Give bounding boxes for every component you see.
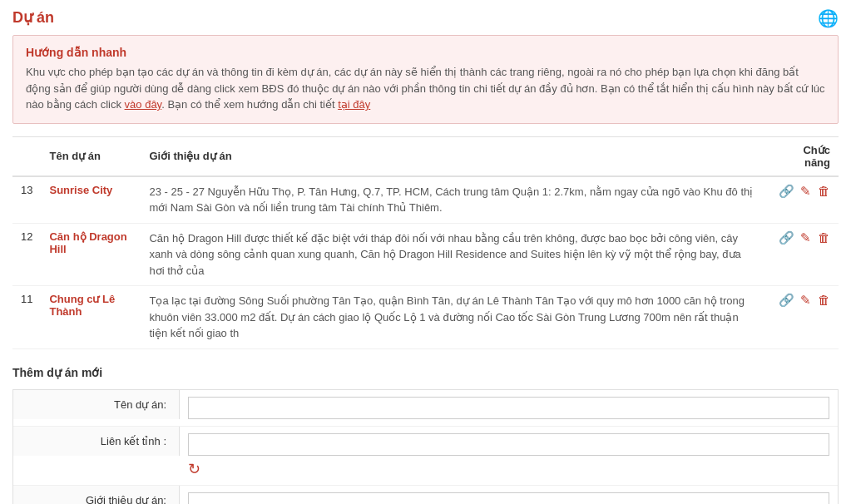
delete-icon[interactable]: 🗑 — [818, 184, 830, 198]
row-actions: 🔗 ✎ 🗑 — [767, 223, 839, 286]
label-ten-du-an: Tên dự án: — [13, 390, 180, 419]
input-gioi-thieu[interactable] — [188, 492, 829, 505]
form-row-gioi-thieu: Giới thiệu dự án: — [13, 486, 838, 505]
label-lien-ket-tinh: Liên kết tỉnh : — [13, 427, 180, 456]
edit-icon[interactable]: ✎ — [800, 293, 811, 308]
edit-icon[interactable]: ✎ — [800, 184, 811, 199]
link-tai-day[interactable]: tại đây — [338, 98, 370, 111]
row-actions: 🔗 ✎ 🗑 — [767, 176, 839, 224]
table-row: 11 Chung cư Lê Thành Tọa lạc tại đường S… — [12, 286, 839, 349]
col-header-gioi-thieu: Giới thiệu dự án — [141, 136, 766, 176]
row-desc: 23 - 25 - 27 Nguyễn Hữu Thọ, P. Tân Hưng… — [141, 176, 766, 224]
link-vao-day[interactable]: vào đây — [125, 98, 162, 111]
form-row-lien-ket-tinh: Liên kết tỉnh : ↻ — [13, 427, 838, 486]
row-id: 11 — [12, 286, 41, 349]
info-box-text: Khu vực cho phép bạn tạo các dự án và th… — [26, 64, 825, 113]
row-name: Chung cư Lê Thành — [41, 286, 141, 349]
row-id: 13 — [12, 176, 41, 224]
delete-icon[interactable]: 🗑 — [818, 230, 830, 245]
add-project-form: Tên dự án: Liên kết tỉnh : ↻ Giới thiệu … — [12, 389, 839, 505]
field-ten-du-an — [180, 390, 838, 426]
delete-icon[interactable]: 🗑 — [818, 293, 830, 307]
info-box: Hướng dẫn nhanh Khu vực cho phép bạn tạo… — [12, 35, 839, 124]
col-header-chuc-nang: Chức năng — [767, 136, 839, 176]
row-name: Sunrise City — [41, 176, 141, 224]
field-gioi-thieu — [180, 486, 838, 505]
projects-table: Tên dự án Giới thiệu dự án Chức năng 13 … — [12, 136, 839, 349]
refresh-icon[interactable]: ↻ — [188, 460, 200, 478]
edit-icon[interactable]: ✎ — [800, 230, 811, 245]
input-lien-ket-tinh[interactable] — [188, 433, 829, 456]
row-desc: Tọa lạc tại đường Sông Suối phường Tân T… — [141, 286, 766, 349]
input-ten-du-an[interactable] — [188, 397, 829, 419]
row-name: Căn hộ Dragon Hill — [41, 223, 141, 286]
page-title: Dự án — [12, 8, 839, 27]
info-box-title: Hướng dẫn nhanh — [26, 46, 825, 59]
link-icon[interactable]: 🔗 — [779, 293, 794, 308]
globe-icon: 🌐 — [818, 8, 839, 28]
label-gioi-thieu: Giới thiệu dự án: — [13, 486, 180, 505]
table-row: 13 Sunrise City 23 - 25 - 27 Nguyễn Hữu … — [12, 176, 839, 224]
add-section-title: Thêm dự án mới — [12, 366, 839, 379]
row-actions: 🔗 ✎ 🗑 — [767, 286, 839, 349]
form-row-ten-du-an: Tên dự án: — [13, 390, 838, 427]
row-desc: Căn hộ Dragon Hill được thiết kế đặc biệ… — [141, 223, 766, 286]
link-icon[interactable]: 🔗 — [779, 184, 794, 199]
row-id: 12 — [12, 223, 41, 286]
link-icon[interactable]: 🔗 — [779, 230, 794, 245]
col-header-ten-du-an: Tên dự án — [41, 136, 141, 176]
field-lien-ket-tinh: ↻ — [180, 427, 838, 485]
table-row: 12 Căn hộ Dragon Hill Căn hộ Dragon Hill… — [12, 223, 839, 286]
